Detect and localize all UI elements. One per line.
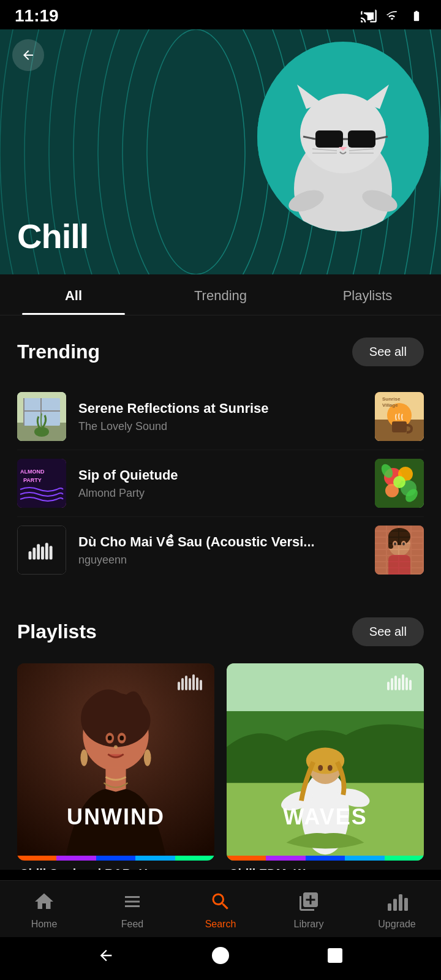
- trending-see-all-button[interactable]: See all: [352, 337, 424, 366]
- nav-label-upgrade: Upgrade: [378, 919, 415, 930]
- track-artist-1: The Lovely Sound: [78, 420, 363, 433]
- track-info-3: Dù Cho Mai Về Sau (Acoustic Versi... ngu…: [78, 534, 363, 567]
- svg-point-83: [144, 750, 151, 766]
- cat-artwork: [257, 42, 429, 232]
- svg-rect-84: [178, 682, 180, 690]
- svg-point-82: [80, 750, 88, 766]
- nav-item-library[interactable]: Library: [265, 881, 353, 937]
- playlists-section: Playlists See all: [0, 595, 441, 895]
- svg-rect-87: [189, 678, 191, 690]
- back-system-button[interactable]: [92, 942, 119, 969]
- nav-item-home[interactable]: Home: [0, 881, 88, 937]
- svg-rect-39: [392, 421, 407, 432]
- battery-icon: [407, 10, 426, 22]
- svg-rect-111: [399, 894, 402, 911]
- feed-icon: [121, 891, 143, 915]
- cast-icon: [360, 7, 377, 24]
- playlist-card-2[interactable]: WAVES: [227, 663, 424, 861]
- svg-rect-109: [388, 903, 391, 911]
- bottom-navigation: Home Feed Search Library: [0, 880, 441, 937]
- svg-rect-17: [315, 130, 343, 148]
- playlists-see-all-button[interactable]: See all: [352, 617, 424, 646]
- nav-item-feed[interactable]: Feed: [88, 881, 176, 937]
- svg-rect-108: [409, 680, 412, 690]
- nav-item-upgrade[interactable]: Upgrade: [353, 881, 441, 937]
- wifi-icon: [383, 10, 401, 22]
- svg-rect-54: [29, 551, 32, 560]
- svg-rect-34: [23, 410, 60, 412]
- playlist-soundcloud-icon-2: [387, 673, 414, 693]
- track-info-2: Sip of Quietude Almond Party: [78, 467, 363, 500]
- nav-label-library: Library: [294, 919, 324, 930]
- track-name-2: Sip of Quietude: [78, 467, 363, 483]
- track-artist-3: nguyeenn: [78, 554, 363, 567]
- recents-system-button[interactable]: [322, 942, 349, 969]
- tab-playlists[interactable]: Playlists: [294, 274, 441, 315]
- svg-rect-107: [405, 677, 408, 690]
- track-item[interactable]: Serene Reflections at Sunrise The Lovely…: [17, 383, 424, 450]
- playlist-soundcloud-icon-1: [178, 673, 205, 693]
- track-thumbnail-3: [17, 526, 66, 575]
- svg-point-100: [318, 765, 323, 771]
- svg-rect-69: [375, 526, 424, 575]
- nav-item-search[interactable]: Search: [176, 881, 265, 937]
- playlists-header: Playlists See all: [17, 617, 424, 646]
- nav-label-feed: Feed: [121, 919, 143, 930]
- playlist-card-bg-2: WAVES: [227, 663, 424, 861]
- track-name-3: Dù Cho Mai Về Sau (Acoustic Versi...: [78, 534, 363, 550]
- svg-rect-55: [32, 548, 36, 560]
- svg-rect-57: [41, 546, 44, 559]
- playlist-label-2: WAVES: [227, 804, 424, 830]
- nav-label-search: Search: [205, 919, 236, 930]
- svg-rect-90: [200, 680, 202, 690]
- tab-all[interactable]: All: [0, 274, 147, 315]
- track-art-plant: [17, 392, 66, 441]
- track-thumbnail-1: [17, 392, 66, 441]
- track-art-soundcloud: [18, 526, 66, 575]
- library-icon: [298, 891, 320, 915]
- track-item[interactable]: Dù Cho Mai Về Sau (Acoustic Versi... ngu…: [17, 517, 424, 583]
- track-right-artwork-2: [375, 459, 424, 508]
- trending-section: Trending See all: [0, 315, 441, 595]
- playlist-color-bar-2: [227, 856, 424, 861]
- track-right-art-3: [375, 526, 424, 575]
- home-system-button[interactable]: [207, 942, 234, 969]
- playlist-card-wrapper-1: UNWIND Chill Soul and R&B: Un...: [17, 663, 214, 883]
- playlists-title: Playlists: [17, 620, 97, 643]
- svg-point-50: [393, 476, 405, 488]
- trending-title: Trending: [17, 341, 100, 363]
- status-bar: 11:19: [0, 0, 441, 29]
- track-name-1: Serene Reflections at Sunrise: [78, 401, 363, 417]
- hero-cat-image: [257, 42, 429, 232]
- svg-rect-104: [394, 676, 397, 690]
- playlist-label-1: UNWIND: [17, 804, 214, 830]
- svg-rect-85: [181, 678, 184, 690]
- search-icon: [209, 891, 232, 915]
- svg-rect-59: [50, 546, 53, 559]
- svg-text:Village: Village: [382, 402, 398, 408]
- svg-rect-112: [404, 898, 408, 911]
- svg-point-78: [108, 736, 112, 741]
- track-right-art-2: [375, 459, 424, 508]
- svg-rect-32: [23, 398, 24, 426]
- svg-rect-58: [45, 543, 48, 559]
- svg-text:Sunrise: Sunrise: [382, 396, 401, 402]
- track-art-almond: ALMOND PARTY: [17, 459, 66, 508]
- playlist-color-bar-1: [17, 856, 214, 861]
- svg-rect-89: [196, 677, 198, 690]
- playlist-art-waves: [227, 663, 424, 861]
- tabs-bar: All Trending Playlists: [0, 274, 441, 315]
- playlist-card-1[interactable]: UNWIND: [17, 663, 214, 861]
- status-time: 11:19: [15, 6, 59, 26]
- status-icons: [360, 7, 426, 24]
- svg-point-101: [328, 765, 333, 771]
- track-item[interactable]: ALMOND PARTY Sip of Quietude Almond Part…: [17, 450, 424, 517]
- playlist-grid: UNWIND Chill Soul and R&B: Un...: [17, 663, 424, 883]
- svg-rect-88: [192, 674, 195, 690]
- svg-text:PARTY: PARTY: [23, 477, 42, 483]
- svg-rect-56: [37, 544, 40, 559]
- tab-trending[interactable]: Trending: [147, 274, 294, 315]
- back-button[interactable]: [12, 39, 44, 71]
- svg-rect-106: [402, 674, 404, 690]
- track-thumbnail-2: ALMOND PARTY: [17, 459, 66, 508]
